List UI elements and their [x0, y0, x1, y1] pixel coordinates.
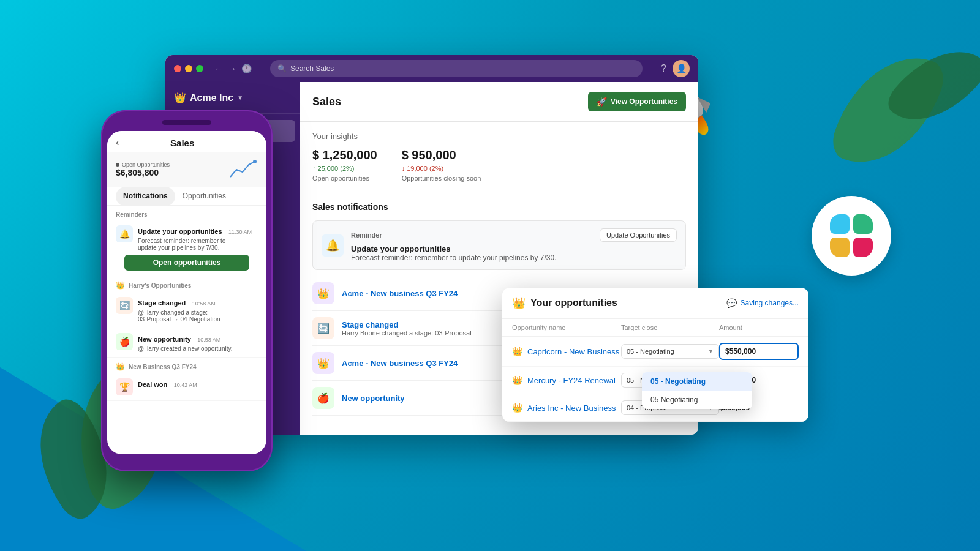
phone-notif-stage-title: Stage changed — [138, 299, 186, 307]
browser-navigation: ← → 🕐 — [214, 64, 252, 73]
browser-search-icon: 🔍 — [277, 64, 287, 73]
phone-notif-update-body: Update your opportunities 11:30 AM Forec… — [138, 225, 258, 251]
phone-notif-new-opp-title: New opportunity — [138, 335, 191, 343]
phone-open-opportunities-button[interactable]: Open opportunities — [124, 255, 249, 271]
phone-back-button[interactable]: ‹ — [116, 137, 119, 148]
phone-metric-label: Open Opportunities — [116, 162, 170, 168]
capricorn-stage-text: 05 - Negotiating — [627, 348, 674, 355]
closing-soon-change: ↓ 19,000 (2%) — [402, 165, 481, 172]
app-name-text: Acme Inc — [190, 92, 233, 103]
opportunity-name-aries[interactable]: 👑 Aries Inc - New Business — [512, 403, 621, 413]
phone-metric-illustration — [227, 159, 258, 181]
col-header-target-close: Target close — [621, 324, 719, 331]
capricorn-stage-chevron-icon: ▼ — [708, 348, 714, 354]
open-opps-value: $ 1,250,000 — [312, 148, 377, 162]
notifications-section-title: Sales notifications — [312, 202, 686, 212]
saving-cloud-icon: 💬 — [726, 298, 737, 308]
phone-notif-update-title-row: Update your opportunities 11:30 AM — [138, 225, 258, 236]
phone-notif-new-opp-text: @Harry created a new opportunity. — [138, 345, 258, 352]
phone-notif-stage-title-row: Stage changed 10:58 AM — [138, 297, 258, 308]
browser-history-button[interactable]: 🕐 — [241, 64, 252, 73]
svg-point-0 — [253, 160, 257, 163]
phone-new-biz-icon: 👑 — [116, 362, 125, 371]
aries-opp-icon: 👑 — [512, 403, 522, 413]
opportunity-name-mercury[interactable]: 👑 Mercury - FY24 Renewal — [512, 375, 621, 385]
col-header-opportunity-name: Opportunity name — [512, 324, 621, 331]
phone-screen: ‹ Sales Open Opportunities $6,805,800 — [107, 131, 266, 454]
aries-opp-name-text: Aries Inc - New Business — [527, 403, 616, 413]
open-opportunities-metric: $ 1,250,000 ↑ 25,000 (2%) Open opportuni… — [312, 148, 377, 182]
slack-integration-widget[interactable] — [812, 196, 891, 276]
phone-app-header: ‹ Sales — [107, 131, 266, 152]
browser-user-avatar[interactable]: 👤 — [673, 60, 690, 77]
slack-logo-tl — [830, 214, 850, 234]
phone-frame: ‹ Sales Open Opportunities $6,805,800 — [101, 110, 273, 471]
opportunities-title-text: Your opportunities — [530, 298, 617, 309]
opportunities-table-header: Opportunity name Target close Amount — [502, 319, 809, 337]
opportunity-row-capricorn: 👑 Capricorn - New Business 05 - Negotiat… — [502, 337, 809, 367]
notif-acme1-icon: 👑 — [312, 282, 334, 304]
phone-notif-new-opp-time: 10:53 AM — [197, 337, 221, 343]
phone-notif-new-opp-title-row: New opportunity 10:53 AM — [138, 333, 258, 344]
phone-reminders-label: Reminders — [107, 206, 266, 220]
phone-notif-deal-won-time: 10:42 AM — [174, 382, 197, 388]
notif-acme2-icon: 👑 — [312, 352, 334, 374]
view-opportunities-button[interactable]: 🚀 View Opportunities — [588, 92, 686, 111]
phone-notif-deal-won-header: 🏆 Deal won 10:42 AM — [116, 378, 258, 395]
phone-tab-notifications[interactable]: Notifications — [116, 187, 175, 206]
phone-harry-opps-label: 👑 Harry's Opportunities — [107, 276, 266, 292]
closing-soon-value: $ 950,000 — [402, 148, 481, 162]
phone-new-biz-label: 👑 New Business Q3 FY24 — [107, 358, 266, 373]
browser-back-button[interactable]: ← — [214, 64, 223, 73]
dropdown-option-05-negotiating-short[interactable]: 05 Negotiating — [642, 391, 752, 409]
browser-maximize-dot[interactable] — [196, 65, 203, 72]
phone-notif-stage-header: 🔄 Stage changed 10:58 AM @Harry changed … — [116, 297, 258, 323]
capricorn-opp-name-text: Capricorn - New Business — [527, 347, 619, 356]
browser-close-dot[interactable] — [174, 65, 181, 72]
slack-logo-tr — [853, 214, 873, 234]
insights-section: Your insights $ 1,250,000 ↑ 25,000 (2%) … — [300, 122, 698, 192]
browser-forward-button[interactable]: → — [228, 64, 236, 73]
browser-action-buttons: ? 👤 — [661, 60, 690, 77]
phone-notif-stage-body: Stage changed 10:58 AM @Harry changed a … — [138, 297, 258, 323]
capricorn-stage-dropdown[interactable]: 05 - Negotiating ▼ — [621, 344, 719, 359]
col-header-amount: Amount — [719, 324, 799, 331]
app-name-crown-icon: 👑 — [174, 92, 186, 103]
browser-search-text: Search Sales — [290, 64, 334, 73]
phone-notif-stage-changed[interactable]: 🔄 Stage changed 10:58 AM @Harry changed … — [107, 292, 266, 328]
phone-notif-new-opp-icon: 🍎 — [116, 333, 133, 350]
mercury-opp-name-text: Mercury - FY24 Renewal — [527, 376, 616, 385]
app-name-header[interactable]: 👑 Acme Inc ▼ — [174, 92, 292, 103]
rocket-fin-right-icon — [697, 92, 714, 113]
phone-notif-deal-won-title-row: Deal won 10:42 AM — [138, 378, 258, 389]
phone-notif-deal-won[interactable]: 🏆 Deal won 10:42 AM — [107, 373, 266, 401]
browser-help-icon[interactable]: ? — [661, 63, 666, 74]
phone-notif-stage-time: 10:58 AM — [192, 301, 216, 307]
view-opps-rocket-icon: 🚀 — [597, 97, 607, 107]
phone-notif-update-opps[interactable]: 🔔 Update your opportunities 11:30 AM For… — [107, 220, 266, 276]
browser-chrome-bar: ← → 🕐 🔍 Search Sales ? 👤 — [165, 55, 698, 82]
app-name-chevron-icon: ▼ — [237, 94, 243, 101]
mobile-phone-container: ‹ Sales Open Opportunities $6,805,800 — [101, 110, 273, 471]
update-opportunities-button[interactable]: Update Opportunities — [600, 228, 677, 242]
browser-minimize-dot[interactable] — [185, 65, 192, 72]
phone-tab-opportunities[interactable]: Opportunities — [175, 187, 233, 206]
saving-changes-text: Saving changes... — [741, 299, 799, 307]
reminder-message-title: Update your opportunities — [351, 244, 677, 253]
opportunity-name-capricorn[interactable]: 👑 Capricorn - New Business — [512, 347, 621, 356]
phone-notif-update-text: Forecast reminder: remember toupdate you… — [138, 238, 258, 251]
open-opps-change: ↑ 25,000 (2%) — [312, 165, 377, 172]
view-opportunities-label: View Opportunities — [611, 97, 677, 106]
dropdown-option-05-negotiating[interactable]: 05 - Negotiating — [642, 372, 752, 391]
reminder-card-content: Reminder Update Opportunities Update you… — [351, 228, 677, 262]
phone-notif-deal-won-title: Deal won — [138, 381, 167, 388]
phone-metrics-content: Open Opportunities $6,805,800 — [116, 162, 170, 178]
phone-notch — [162, 120, 211, 125]
phone-tabs: Notifications Opportunities — [107, 187, 266, 206]
phone-notif-new-opp-header: 🍎 New opportunity 10:53 AM @Harry create… — [116, 333, 258, 352]
phone-notif-stage-text: @Harry changed a stage:03-Proposal → 04-… — [138, 309, 258, 323]
browser-address-bar[interactable]: 🔍 Search Sales — [270, 60, 643, 77]
phone-notif-new-opp[interactable]: 🍎 New opportunity 10:53 AM @Harry create… — [107, 328, 266, 358]
browser-window-controls — [174, 65, 203, 72]
capricorn-amount-input[interactable]: $550,000 — [719, 343, 799, 360]
